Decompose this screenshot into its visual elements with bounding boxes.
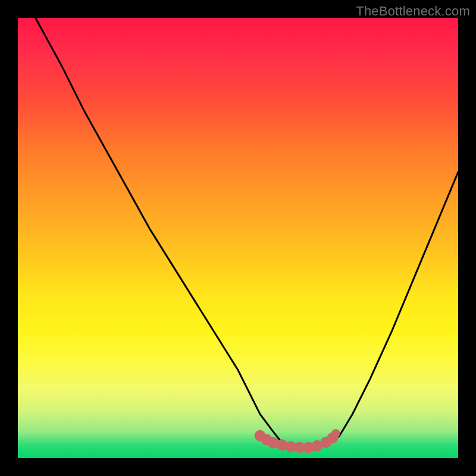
bottleneck-curve [36,18,458,448]
bottleneck-curve-svg [18,18,458,458]
plot-area [18,18,458,458]
svg-point-10 [331,430,340,438]
optimal-marker [255,430,340,453]
chart-frame: TheBottleneck.com [0,0,476,476]
watermark-text: TheBottleneck.com [356,4,470,19]
